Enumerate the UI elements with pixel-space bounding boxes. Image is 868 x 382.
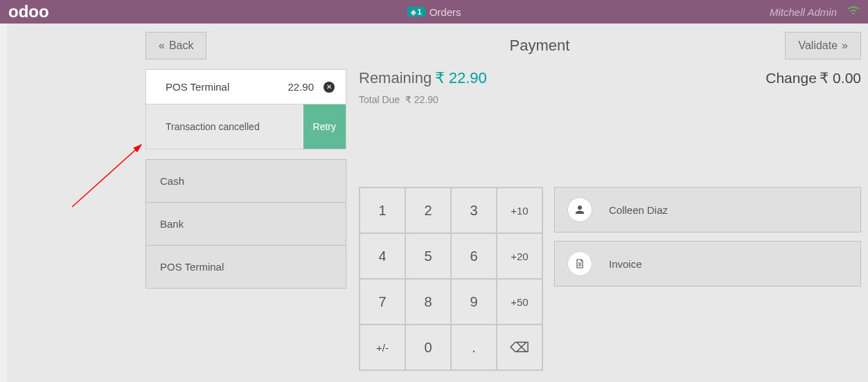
customer-label: Colleen Diaz (609, 204, 668, 216)
left-column: POS Terminal 22.90 ✕ Transaction cancell… (145, 69, 346, 371)
tag-icon: 1 (407, 7, 425, 17)
orders-link[interactable]: 1 Orders (407, 6, 461, 18)
change-amount: ₹ 0.00 (820, 70, 861, 86)
right-column: Remaining ₹ 22.90 Change ₹ 0.00 Total Du… (359, 69, 861, 371)
wifi-icon (847, 6, 860, 18)
numpad-backspace[interactable]: ⌫ (497, 325, 542, 370)
payment-line-method: POS Terminal (166, 81, 229, 93)
validate-button[interactable]: Validate » (785, 32, 861, 60)
numpad-plus20[interactable]: +20 (497, 233, 542, 279)
orders-label: Orders (429, 6, 461, 18)
payment-line-amount: 22.90 (287, 81, 314, 93)
numpad-sign[interactable]: +/- (360, 325, 405, 370)
numpad-9[interactable]: 9 (451, 279, 497, 325)
change-label: Change (765, 70, 817, 86)
invoice-button[interactable]: Invoice (554, 241, 861, 286)
transaction-row: Transaction cancelled Retry (145, 104, 346, 149)
remaining-amount: ₹ 22.90 (435, 69, 487, 87)
numpad-3[interactable]: 3 (451, 188, 497, 233)
retry-button[interactable]: Retry (303, 104, 346, 149)
numpad-plus10[interactable]: +10 (497, 188, 542, 233)
total-due: Total Due ₹ 22.90 (359, 94, 861, 105)
payment-method-cash[interactable]: Cash (145, 159, 346, 202)
payment-method-bank[interactable]: Bank (145, 202, 346, 245)
page-title: Payment (359, 37, 720, 55)
remaining-label: Remaining (359, 69, 432, 87)
delete-icon[interactable]: ✕ (324, 82, 335, 93)
payment-line[interactable]: POS Terminal 22.90 ✕ (145, 69, 346, 104)
logo: odoo (8, 2, 49, 21)
back-button[interactable]: « Back (145, 32, 206, 60)
numpad-plus50[interactable]: +50 (497, 279, 542, 325)
numpad-4[interactable]: 4 (360, 233, 405, 279)
chevron-right-icon: » (842, 39, 848, 52)
numpad-5[interactable]: 5 (405, 233, 451, 279)
numpad-7[interactable]: 7 (360, 279, 405, 325)
validate-label: Validate (798, 39, 838, 52)
payment-method-pos-terminal[interactable]: POS Terminal (145, 245, 346, 289)
user-icon (567, 197, 592, 222)
document-icon (567, 251, 592, 276)
numpad-8[interactable]: 8 (405, 279, 451, 325)
invoice-label: Invoice (609, 258, 642, 270)
transaction-message: Transaction cancelled (146, 104, 303, 149)
numpad: 1 2 3 +10 4 5 6 +20 7 8 9 +50 +/- 0 (359, 187, 543, 371)
numpad-6[interactable]: 6 (451, 233, 497, 279)
user-name[interactable]: Mitchell Admin (770, 6, 837, 18)
numpad-2[interactable]: 2 (405, 188, 451, 233)
chevron-left-icon: « (159, 39, 165, 52)
topbar: odoo 1 Orders Mitchell Admin (0, 0, 868, 24)
numpad-1[interactable]: 1 (360, 188, 405, 233)
back-label: Back (169, 39, 194, 52)
numpad-0[interactable]: 0 (405, 325, 451, 370)
numpad-dot[interactable]: . (451, 325, 497, 370)
customer-button[interactable]: Colleen Diaz (554, 187, 861, 233)
content-area: « Back Payment Validate » POS Terminal 2… (7, 24, 868, 382)
